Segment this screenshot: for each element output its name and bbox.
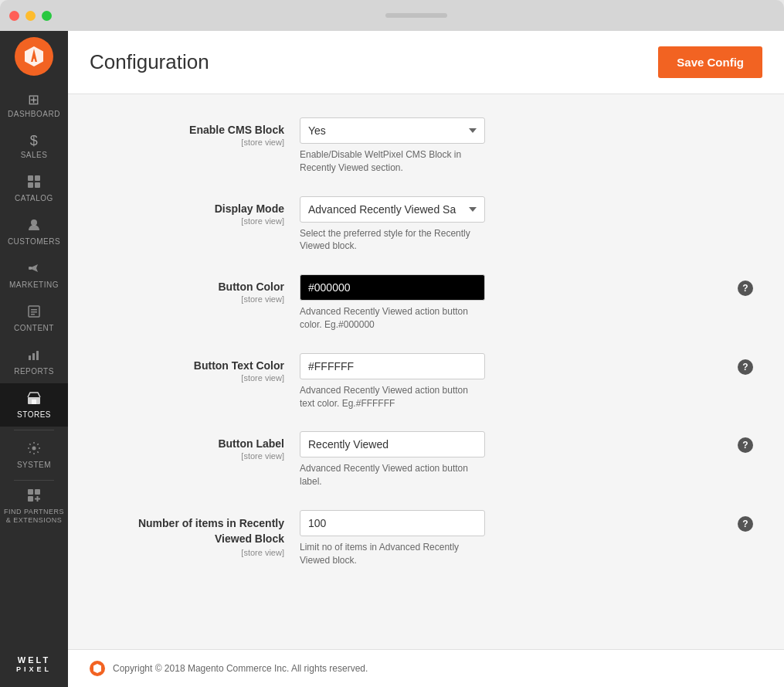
button-label-input[interactable] xyxy=(300,431,485,457)
form-field-col: Yes No Enable/Disable WeltPixel CMS Bloc… xyxy=(300,117,753,175)
reports-icon xyxy=(27,348,41,364)
footer-copyright: Copyright © 2018 Magento Commerce Inc. A… xyxy=(113,663,368,674)
svg-rect-14 xyxy=(32,400,36,404)
sidebar-item-marketing[interactable]: MARKETING xyxy=(0,253,68,297)
help-icon-button-label[interactable]: ? xyxy=(738,437,753,453)
field-help-text: Advanced Recently Viewed action button c… xyxy=(300,305,485,332)
form-field-wrap: Advanced Recently Viewed Sa Recently Vie… xyxy=(300,196,753,253)
help-icon-num-items[interactable]: ? xyxy=(738,516,753,532)
svg-rect-0 xyxy=(28,175,33,181)
close-button[interactable] xyxy=(9,11,19,21)
svg-rect-17 xyxy=(35,489,40,495)
sidebar-item-system[interactable]: SYSTEM xyxy=(0,434,68,477)
field-label: Button Label xyxy=(99,437,284,450)
form-field-col: Advanced Recently Viewed action button c… xyxy=(300,274,753,332)
sidebar-item-catalog[interactable]: CATALOG xyxy=(0,167,68,210)
svg-rect-10 xyxy=(29,355,31,360)
sidebar-item-label: MARKETING xyxy=(9,281,59,289)
sidebar-bottom: WELT PIXEL xyxy=(0,647,68,687)
sidebar-item-stores[interactable]: STORES xyxy=(0,383,68,427)
sidebar-item-reports[interactable]: REPORTS xyxy=(0,340,68,383)
sidebar-item-label: CATALOG xyxy=(15,194,53,202)
field-sublabel: [store view] xyxy=(99,548,284,557)
svg-rect-5 xyxy=(29,267,32,270)
form-label-col: Number of items in Recently Viewed Block… xyxy=(99,510,300,557)
field-sublabel: [store view] xyxy=(99,451,284,461)
magento-logo[interactable] xyxy=(15,37,53,76)
form-label-col: Display Mode [store view] xyxy=(99,196,300,226)
config-body: Enable CMS Block [store view] Yes No Ena… xyxy=(68,94,784,649)
sidebar-item-sales[interactable]: $ SALES xyxy=(0,126,68,167)
help-icon-button-color[interactable]: ? xyxy=(738,281,753,296)
app-container: ⊞ DASHBOARD $ SALES CATALOG xyxy=(0,31,784,687)
help-icon-button-text-color[interactable]: ? xyxy=(738,359,753,375)
form-field-wrap: Advanced Recently Viewed action button c… xyxy=(300,274,731,332)
form-label-col: Button Text Color [store view] xyxy=(99,353,300,383)
svg-rect-3 xyxy=(35,182,40,188)
page-footer: Copyright © 2018 Magento Commerce Inc. A… xyxy=(68,649,784,687)
sidebar-divider-2 xyxy=(14,480,55,481)
svg-point-4 xyxy=(31,219,37,226)
weltpixel-logo: WELT PIXEL xyxy=(16,647,52,687)
sidebar-item-label: STORES xyxy=(17,410,51,419)
enable-cms-block-select[interactable]: Yes No xyxy=(300,117,485,144)
form-label-col: Enable CMS Block [store view] xyxy=(99,117,300,147)
sidebar-item-label: CUSTOMERS xyxy=(8,237,60,246)
customers-icon xyxy=(27,218,41,234)
sidebar-item-label: DASHBOARD xyxy=(8,110,60,118)
svg-rect-16 xyxy=(28,489,33,495)
form-row-display-mode: Display Mode [store view] Advanced Recen… xyxy=(99,196,753,253)
marketing-icon xyxy=(27,261,41,277)
sidebar-item-label: CONTENT xyxy=(14,324,54,332)
form-field-col: Advanced Recently Viewed Sa Recently Vie… xyxy=(300,196,753,253)
catalog-icon xyxy=(27,175,41,191)
sidebar-item-customers[interactable]: CUSTOMERS xyxy=(0,210,68,253)
field-help-text: Advanced Recently Viewed action button t… xyxy=(300,384,485,410)
form-field-wrap: Advanced Recently Viewed action button l… xyxy=(300,431,731,488)
svg-rect-2 xyxy=(28,182,33,188)
form-field-col: Advanced Recently Viewed action button t… xyxy=(300,353,753,410)
maximize-button[interactable] xyxy=(42,11,52,21)
field-sublabel: [store view] xyxy=(99,216,284,226)
svg-rect-8 xyxy=(31,311,37,313)
field-help-text: Advanced Recently Viewed action button l… xyxy=(300,462,485,488)
sidebar: ⊞ DASHBOARD $ SALES CATALOG xyxy=(0,31,68,687)
form-field-wrap: Advanced Recently Viewed action button t… xyxy=(300,353,731,410)
field-help-text: Limit no of items in Advanced Recently V… xyxy=(300,541,485,567)
form-field-col: Limit no of items in Advanced Recently V… xyxy=(300,510,753,567)
field-label: Display Mode xyxy=(99,202,284,215)
window-titlebar xyxy=(58,13,775,18)
sidebar-item-label: SALES xyxy=(21,151,48,159)
form-field-wrap: Limit no of items in Advanced Recently V… xyxy=(300,510,731,567)
extensions-icon xyxy=(27,488,41,505)
form-row-button-color: Button Color [store view] Advanced Recen… xyxy=(99,274,753,332)
minimize-button[interactable] xyxy=(25,11,36,21)
dashboard-icon: ⊞ xyxy=(28,93,40,107)
save-config-button[interactable]: Save Config xyxy=(658,46,762,78)
field-label: Button Text Color xyxy=(99,359,284,372)
field-help-text: Select the preferred style for the Recen… xyxy=(300,227,485,253)
display-mode-select[interactable]: Advanced Recently Viewed Sa Recently Vie… xyxy=(300,196,485,223)
svg-rect-12 xyxy=(36,351,39,360)
field-sublabel: [store view] xyxy=(99,294,284,304)
form-field-col: Advanced Recently Viewed action button l… xyxy=(300,431,753,488)
num-items-input[interactable] xyxy=(300,510,485,536)
sidebar-divider xyxy=(14,430,55,430)
window-chrome xyxy=(0,0,784,31)
svg-rect-7 xyxy=(31,309,37,311)
svg-rect-1 xyxy=(35,175,40,181)
window-title xyxy=(385,13,447,18)
system-icon xyxy=(27,441,41,457)
sidebar-item-content[interactable]: CONTENT xyxy=(0,297,68,340)
sidebar-item-label: REPORTS xyxy=(14,367,54,376)
form-label-col: Button Color [store view] xyxy=(99,274,300,304)
svg-point-15 xyxy=(32,447,36,451)
form-row-enable-cms-block: Enable CMS Block [store view] Yes No Ena… xyxy=(99,117,753,175)
page-header: Configuration Save Config xyxy=(68,31,784,94)
button-text-color-input[interactable] xyxy=(300,353,485,379)
sidebar-item-label: FIND PARTNERS& EXTENSIONS xyxy=(4,508,64,525)
sidebar-item-extensions[interactable]: FIND PARTNERS& EXTENSIONS xyxy=(0,484,68,529)
sidebar-item-dashboard[interactable]: ⊞ DASHBOARD xyxy=(0,85,68,126)
button-color-input[interactable] xyxy=(300,274,485,301)
field-label: Number of items in Recently Viewed Block xyxy=(99,516,284,546)
